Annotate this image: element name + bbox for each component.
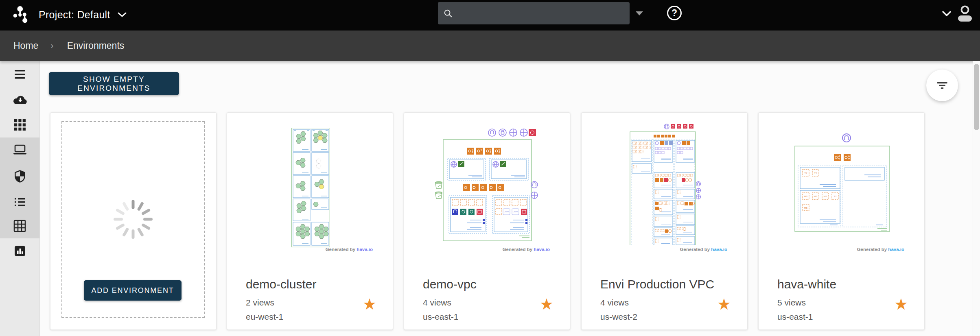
list-icon	[14, 197, 26, 207]
svg-text:T2: T2	[814, 172, 817, 175]
sidebar-item-security[interactable]	[0, 164, 39, 189]
environment-region: us-east-1	[777, 312, 813, 322]
environment-views: 4 views	[600, 298, 629, 308]
star-icon[interactable]: ★	[717, 297, 731, 312]
menu-icon	[14, 69, 26, 80]
breadcrumb-separator: ›	[50, 41, 53, 51]
sidebar-item-import[interactable]	[0, 87, 39, 112]
hava-io-link[interactable]: hava.io	[711, 247, 727, 252]
environment-card-demo-vpc[interactable]: Cache Cache Generated by hava.io demo-vp…	[404, 112, 570, 330]
generated-by-label: Generated by hava.io	[326, 247, 373, 252]
top-navbar: Project: Default ?	[0, 0, 980, 31]
environment-thumbnail-envi-production-vpc[interactable]	[626, 123, 708, 245]
generated-by-label: Generated by hava.io	[680, 247, 727, 252]
filter-button[interactable]	[926, 70, 958, 101]
project-label: Project: Default	[39, 9, 110, 21]
sidebar-item-apps[interactable]	[0, 112, 39, 137]
svg-text:M5: M5	[824, 195, 827, 198]
environment-views: 2 views	[246, 298, 274, 308]
breadcrumb-home[interactable]: Home	[13, 40, 38, 51]
environment-title: demo-vpc	[423, 277, 477, 291]
environment-title: demo-cluster	[246, 277, 316, 291]
account-person-icon[interactable]	[956, 5, 973, 24]
account-menu-chevron-icon[interactable]	[942, 11, 952, 17]
page-scrollbar-track[interactable]	[973, 61, 980, 336]
breadcrumb-environments: Environments	[67, 40, 125, 51]
table-grid-icon	[13, 220, 26, 232]
svg-text:T2: T2	[804, 172, 807, 175]
add-environment-card: ADD ENVIRONMENT	[50, 112, 217, 330]
help-icon[interactable]: ?	[667, 6, 682, 20]
star-icon[interactable]: ★	[894, 297, 908, 312]
sidebar-item-resources[interactable]	[0, 213, 39, 238]
bar-chart-icon	[14, 245, 26, 257]
loading-spinner-icon	[111, 197, 155, 242]
left-sidebar	[0, 61, 40, 336]
environment-region: us-west-2	[600, 312, 637, 322]
hava-logo-icon[interactable]	[11, 4, 32, 26]
star-icon[interactable]: ★	[540, 297, 553, 312]
svg-text:T2: T2	[833, 195, 837, 198]
environment-region: eu-west-1	[246, 312, 283, 322]
environment-thumbnail-demo-vpc[interactable]: Cache Cache	[433, 127, 542, 244]
show-empty-environments-button[interactable]: SHOW EMPTY ENVIRONMENTS	[49, 72, 179, 95]
sidebar-item-reports[interactable]	[0, 238, 39, 264]
environment-region: us-east-1	[423, 312, 459, 322]
sidebar-item-list[interactable]	[0, 190, 39, 215]
apps-grid-icon	[14, 119, 26, 131]
environment-thumbnail-hava-white[interactable]: T2 T2 M5 M5 M5 T2 M5	[791, 129, 897, 235]
svg-text:M5: M5	[804, 207, 808, 209]
sidebar-item-menu[interactable]	[0, 62, 39, 87]
chevron-down-icon	[118, 12, 127, 17]
environment-thumbnail-demo-cluster[interactable]	[291, 128, 330, 247]
page-scrollbar-thumb[interactable]	[974, 64, 979, 130]
breadcrumb: Home › Environments	[0, 31, 980, 61]
project-selector[interactable]: Project: Default	[39, 9, 127, 21]
svg-text:Cache: Cache	[504, 211, 510, 213]
environment-card-demo-cluster[interactable]: Generated by hava.io demo-cluster 2 view…	[227, 112, 393, 330]
star-icon[interactable]: ★	[363, 297, 376, 312]
environment-title: Envi Production VPC	[600, 277, 714, 291]
hava-io-link[interactable]: hava.io	[357, 247, 373, 252]
search-bar[interactable]	[438, 2, 630, 24]
add-environment-button[interactable]: ADD ENVIRONMENT	[84, 280, 182, 301]
generated-by-label: Generated by hava.io	[503, 247, 550, 252]
environment-views: 4 views	[423, 298, 451, 308]
svg-text:Cache: Cache	[513, 211, 518, 213]
environment-title: hava-white	[777, 277, 836, 291]
generated-by-label: Generated by hava.io	[857, 247, 904, 252]
hava-io-link[interactable]: hava.io	[534, 247, 550, 252]
cloud-download-icon	[13, 94, 27, 105]
environment-card-hava-white[interactable]: T2 T2 M5 M5 M5 T2 M5 Generated by hava.i…	[758, 112, 925, 330]
svg-text:M5: M5	[804, 195, 808, 198]
svg-text:M5: M5	[814, 195, 818, 198]
shield-icon	[14, 170, 26, 183]
filter-list-icon	[936, 82, 948, 89]
sidebar-item-environments[interactable]	[0, 137, 39, 163]
hava-io-link[interactable]: hava.io	[888, 247, 904, 252]
search-icon	[444, 9, 453, 18]
environment-card-envi-production-vpc[interactable]: Generated by hava.io Envi Production VPC…	[581, 112, 748, 330]
search-scope-dropdown-icon[interactable]	[636, 11, 643, 15]
search-input[interactable]	[457, 8, 624, 18]
laptop-icon	[13, 144, 27, 156]
environment-views: 5 views	[777, 298, 806, 308]
